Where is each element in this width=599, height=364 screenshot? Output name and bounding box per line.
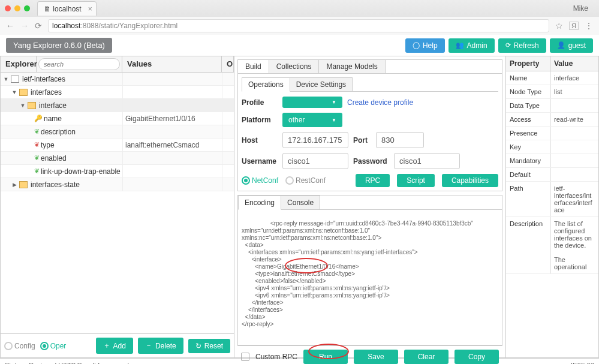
- plus-icon: ＋: [103, 341, 110, 351]
- create-profile-link[interactable]: Create device profile: [347, 98, 413, 107]
- host-label: Host: [242, 136, 278, 145]
- profile-dropdown[interactable]: [282, 97, 342, 108]
- users-icon: 👥: [456, 41, 464, 49]
- port-label: Port: [353, 136, 371, 145]
- value-header: Value: [550, 56, 598, 71]
- status-text: Status : Recieved HTTP Result for reques…: [5, 362, 154, 365]
- property-row: Pathietf-interfaces/interfaces/interface: [506, 182, 598, 217]
- annotation-oval: [308, 344, 349, 359]
- add-button[interactable]: ＋Add: [96, 338, 133, 354]
- copy-button[interactable]: Copy: [454, 350, 499, 364]
- back-icon[interactable]: ←: [6, 21, 14, 31]
- bookmark-icon[interactable]: ☆: [555, 21, 563, 31]
- profile-label: Profile: [242, 98, 278, 107]
- custom-rpc-label: Custom RPC: [255, 353, 297, 361]
- help-button[interactable]: ◯Help: [405, 38, 445, 53]
- restconf-radio[interactable]: RestConf: [285, 176, 326, 185]
- config-radio[interactable]: Config: [4, 342, 35, 350]
- platform-dropdown[interactable]: other: [282, 113, 342, 127]
- property-row: Accessread-write: [506, 113, 598, 127]
- property-table: NameinterfaceNode TypelistData TypeAcces…: [506, 71, 598, 357]
- property-row: Nameinterface: [506, 71, 598, 85]
- tab-device-settings[interactable]: Device Settings: [290, 77, 353, 91]
- o-header: O: [222, 56, 234, 72]
- tab-encoding[interactable]: Encoding: [238, 195, 281, 210]
- property-header: Property: [506, 56, 550, 71]
- explorer-tree[interactable]: ▼ietf-interfaces▼interfaces▼interface🔑na…: [1, 73, 234, 333]
- clear-button[interactable]: Clear: [404, 350, 449, 364]
- xml-output[interactable]: <rpc-reply message-id="urn:uuid:cd8460c3…: [238, 210, 502, 345]
- username-input[interactable]: [282, 153, 348, 169]
- menu-icon[interactable]: ⋮: [585, 21, 593, 31]
- search-input[interactable]: [38, 58, 120, 70]
- close-tab-icon[interactable]: ×: [88, 5, 92, 13]
- tab-manage-models[interactable]: Manage Models: [319, 60, 385, 73]
- tab-title: localhost: [53, 5, 81, 13]
- annotation-oval: [285, 258, 328, 273]
- property-row: Default: [506, 168, 598, 182]
- property-row: Data Type: [506, 99, 598, 113]
- refresh-icon: ⟳: [505, 41, 511, 49]
- page-icon: 🗎: [44, 5, 51, 13]
- property-row: Mandatory: [506, 154, 598, 168]
- browser-profile[interactable]: Mike: [573, 4, 588, 13]
- refresh-button[interactable]: ⟳Refresh: [498, 38, 546, 53]
- tab-collections[interactable]: Collections: [269, 60, 320, 73]
- reset-icon: ↻: [195, 342, 201, 350]
- admin-button[interactable]: 👥Admin: [449, 38, 495, 53]
- main-tabs: Build Collections Manage Models: [237, 59, 502, 73]
- explorer-header: Explorer: [1, 56, 37, 72]
- username-label: Username: [242, 157, 278, 166]
- tab-build[interactable]: Build: [238, 60, 269, 73]
- platform-label: Platform: [242, 116, 278, 124]
- tree-row[interactable]: ▼interfaces: [1, 86, 234, 99]
- address-bar[interactable]: localhost:8088/static/YangExplorer.html: [48, 19, 549, 32]
- password-input[interactable]: [394, 153, 460, 169]
- script-button[interactable]: Script: [397, 174, 435, 187]
- status-right: IETF 93: [571, 362, 594, 365]
- tree-row[interactable]: 🔑nameGigabitEthernet1/0/16: [1, 112, 234, 125]
- property-row: Key: [506, 140, 598, 154]
- window-controls[interactable]: [5, 5, 30, 11]
- tree-row[interactable]: ❦description: [1, 125, 234, 139]
- tree-row[interactable]: ❦link-up-down-trap-enable: [1, 165, 234, 178]
- property-row: Presence: [506, 127, 598, 140]
- tree-row[interactable]: ▼interface: [1, 99, 234, 112]
- reset-button[interactable]: ↻Reset: [188, 339, 230, 353]
- tree-row[interactable]: ▼ietf-interfaces: [1, 73, 234, 86]
- property-row: Node Typelist: [506, 85, 598, 99]
- password-label: Password: [353, 157, 389, 166]
- app-title: Yang Explorer 0.6.0 (Beta): [6, 38, 112, 53]
- netconf-radio[interactable]: NetConf: [242, 176, 278, 185]
- translate-icon[interactable]: Я: [569, 22, 579, 30]
- user-icon: 👤: [557, 41, 565, 49]
- delete-button[interactable]: －Delete: [138, 338, 183, 354]
- rpc-button[interactable]: RPC: [356, 174, 390, 187]
- help-icon: ◯: [413, 41, 420, 49]
- tab-console[interactable]: Console: [281, 195, 320, 209]
- browser-tab[interactable]: 🗎 localhost ×: [37, 1, 97, 16]
- reload-icon[interactable]: ⟳: [35, 21, 42, 31]
- oper-radio[interactable]: Oper: [40, 342, 67, 350]
- property-row: DescriptionThe list of configured interf…: [506, 217, 598, 274]
- values-header: Values: [122, 56, 222, 72]
- tree-row[interactable]: ❦typeianaift:ethernetCsmacd: [1, 139, 234, 152]
- tab-operations[interactable]: Operations: [242, 77, 290, 92]
- save-button[interactable]: Save: [354, 350, 398, 364]
- forward-icon: →: [20, 21, 29, 31]
- guest-button[interactable]: 👤guest: [550, 38, 593, 53]
- tree-row[interactable]: ▶interfaces-state: [1, 178, 234, 191]
- port-input[interactable]: [376, 132, 424, 148]
- tree-row[interactable]: ❦enabled: [1, 152, 234, 165]
- host-input[interactable]: [282, 132, 348, 148]
- capabilities-button[interactable]: Capabilities: [442, 174, 498, 187]
- custom-rpc-checkbox[interactable]: [241, 353, 249, 361]
- minus-icon: －: [145, 341, 152, 351]
